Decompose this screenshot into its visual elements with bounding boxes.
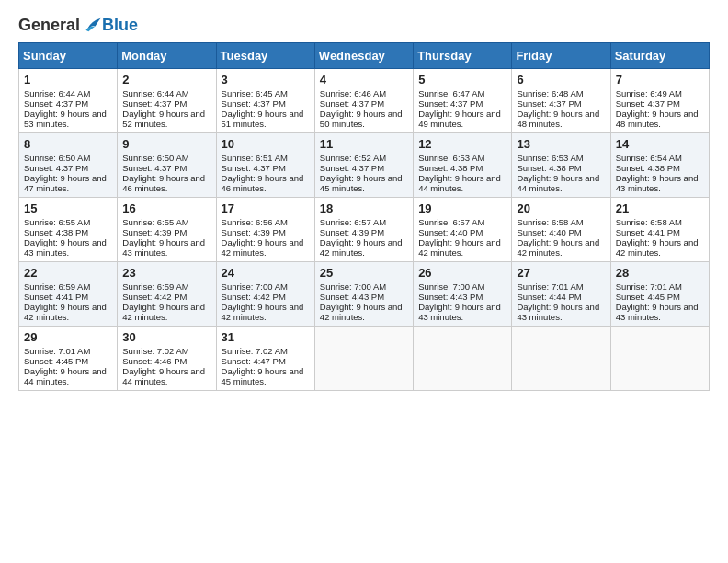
sunset-label: Sunset: 4:37 PM — [320, 98, 384, 109]
day-number: 23 — [122, 266, 210, 280]
sunrise-label: Sunrise: 7:02 AM — [122, 346, 188, 356]
day-number: 25 — [320, 266, 408, 280]
calendar-cell: 2 Sunrise: 6:44 AM Sunset: 4:37 PM Dayli… — [118, 69, 216, 133]
day-number: 15 — [24, 201, 112, 215]
daylight-label: Daylight: 9 hours and 42 minutes. — [320, 237, 403, 258]
day-number: 2 — [122, 73, 210, 86]
sunrise-label: Sunrise: 6:53 AM — [418, 153, 484, 163]
daylight-label: Daylight: 9 hours and 43 minutes. — [122, 237, 205, 258]
sunset-label: Sunset: 4:41 PM — [24, 292, 88, 302]
daylight-label: Daylight: 9 hours and 42 minutes. — [222, 237, 304, 258]
sunset-label: Sunset: 4:38 PM — [517, 163, 581, 173]
sunset-label: Sunset: 4:37 PM — [616, 98, 680, 109]
week-row-3: 15 Sunrise: 6:55 AM Sunset: 4:38 PM Dayl… — [19, 198, 710, 262]
day-number: 21 — [616, 201, 704, 215]
daylight-label: Daylight: 9 hours and 42 minutes. — [517, 237, 599, 258]
sunrise-label: Sunrise: 7:00 AM — [222, 282, 288, 292]
calendar-cell: 14 Sunrise: 6:54 AM Sunset: 4:38 PM Dayl… — [610, 133, 709, 198]
daylight-label: Daylight: 9 hours and 44 minutes. — [24, 366, 107, 386]
sunrise-label: Sunrise: 6:46 AM — [320, 88, 386, 98]
daylight-label: Daylight: 9 hours and 44 minutes. — [122, 366, 205, 386]
calendar-cell: 23 Sunrise: 6:59 AM Sunset: 4:42 PM Dayl… — [118, 262, 216, 327]
daylight-label: Daylight: 9 hours and 42 minutes. — [24, 302, 107, 322]
calendar-cell: 15 Sunrise: 6:55 AM Sunset: 4:38 PM Dayl… — [19, 198, 118, 262]
day-number: 5 — [418, 73, 506, 86]
week-row-5: 29 Sunrise: 7:01 AM Sunset: 4:45 PM Dayl… — [19, 327, 710, 391]
daylight-label: Daylight: 9 hours and 42 minutes. — [418, 237, 501, 258]
sunrise-label: Sunrise: 7:01 AM — [517, 282, 583, 292]
calendar-cell: 17 Sunrise: 6:56 AM Sunset: 4:39 PM Dayl… — [216, 198, 314, 262]
day-number: 17 — [222, 201, 310, 215]
sunrise-label: Sunrise: 7:01 AM — [616, 282, 682, 292]
day-number: 10 — [222, 137, 310, 151]
sunrise-label: Sunrise: 6:56 AM — [222, 217, 288, 227]
sunset-label: Sunset: 4:46 PM — [122, 356, 187, 366]
weekday-header-wednesday: Wednesday — [314, 43, 413, 69]
calendar-cell: 9 Sunrise: 6:50 AM Sunset: 4:37 PM Dayli… — [118, 133, 216, 198]
day-number: 29 — [24, 330, 112, 344]
logo-bird-icon — [82, 15, 102, 35]
daylight-label: Daylight: 9 hours and 42 minutes. — [122, 302, 205, 322]
sunrise-label: Sunrise: 6:58 AM — [616, 217, 682, 227]
sunset-label: Sunset: 4:44 PM — [517, 292, 581, 302]
sunset-label: Sunset: 4:40 PM — [517, 227, 581, 237]
calendar-cell: 20 Sunrise: 6:58 AM Sunset: 4:40 PM Dayl… — [512, 198, 610, 262]
sunrise-label: Sunrise: 6:45 AM — [222, 88, 288, 98]
day-number: 19 — [418, 201, 506, 215]
week-row-2: 8 Sunrise: 6:50 AM Sunset: 4:37 PM Dayli… — [19, 133, 710, 198]
sunset-label: Sunset: 4:38 PM — [24, 227, 88, 237]
daylight-label: Daylight: 9 hours and 46 minutes. — [222, 173, 304, 193]
day-number: 30 — [122, 330, 210, 344]
daylight-label: Daylight: 9 hours and 43 minutes. — [616, 302, 699, 322]
daylight-label: Daylight: 9 hours and 51 minutes. — [222, 109, 304, 129]
sunset-label: Sunset: 4:38 PM — [616, 163, 680, 173]
sunset-label: Sunset: 4:41 PM — [616, 227, 680, 237]
sunset-label: Sunset: 4:37 PM — [222, 98, 286, 109]
sunset-label: Sunset: 4:37 PM — [122, 163, 187, 173]
daylight-label: Daylight: 9 hours and 42 minutes. — [320, 302, 403, 322]
day-number: 9 — [122, 137, 210, 151]
day-number: 14 — [616, 137, 704, 151]
daylight-label: Daylight: 9 hours and 48 minutes. — [517, 109, 599, 129]
sunrise-label: Sunrise: 6:48 AM — [517, 88, 583, 98]
day-number: 28 — [616, 266, 704, 280]
daylight-label: Daylight: 9 hours and 42 minutes. — [222, 302, 304, 322]
sunrise-label: Sunrise: 6:49 AM — [616, 88, 682, 98]
sunset-label: Sunset: 4:39 PM — [222, 227, 286, 237]
day-number: 16 — [122, 201, 210, 215]
calendar-cell — [610, 327, 709, 391]
calendar-cell: 16 Sunrise: 6:55 AM Sunset: 4:39 PM Dayl… — [118, 198, 216, 262]
sunrise-label: Sunrise: 6:57 AM — [418, 217, 484, 227]
calendar-cell: 31 Sunrise: 7:02 AM Sunset: 4:47 PM Dayl… — [216, 327, 314, 391]
daylight-label: Daylight: 9 hours and 47 minutes. — [24, 173, 107, 193]
sunset-label: Sunset: 4:39 PM — [320, 227, 384, 237]
sunrise-label: Sunrise: 7:02 AM — [222, 346, 288, 356]
weekday-header-thursday: Thursday — [414, 43, 512, 69]
calendar-table: SundayMondayTuesdayWednesdayThursdayFrid… — [18, 42, 710, 391]
daylight-label: Daylight: 9 hours and 43 minutes. — [24, 237, 107, 258]
day-number: 12 — [418, 137, 506, 151]
day-number: 20 — [517, 201, 605, 215]
calendar-cell: 13 Sunrise: 6:53 AM Sunset: 4:38 PM Dayl… — [512, 133, 610, 198]
sunrise-label: Sunrise: 6:44 AM — [24, 88, 90, 98]
weekday-header-monday: Monday — [118, 43, 216, 69]
calendar-cell: 7 Sunrise: 6:49 AM Sunset: 4:37 PM Dayli… — [610, 69, 709, 133]
day-number: 6 — [517, 73, 605, 86]
calendar-cell — [314, 327, 413, 391]
calendar-cell: 11 Sunrise: 6:52 AM Sunset: 4:37 PM Dayl… — [314, 133, 413, 198]
week-row-1: 1 Sunrise: 6:44 AM Sunset: 4:37 PM Dayli… — [19, 69, 710, 133]
daylight-label: Daylight: 9 hours and 52 minutes. — [122, 109, 205, 129]
calendar-cell: 29 Sunrise: 7:01 AM Sunset: 4:45 PM Dayl… — [19, 327, 118, 391]
sunset-label: Sunset: 4:42 PM — [222, 292, 286, 302]
calendar-cell: 27 Sunrise: 7:01 AM Sunset: 4:44 PM Dayl… — [512, 262, 610, 327]
calendar-cell: 6 Sunrise: 6:48 AM Sunset: 4:37 PM Dayli… — [512, 69, 610, 133]
sunrise-label: Sunrise: 7:00 AM — [418, 282, 484, 292]
sunset-label: Sunset: 4:43 PM — [320, 292, 384, 302]
daylight-label: Daylight: 9 hours and 43 minutes. — [418, 302, 501, 322]
day-number: 1 — [24, 73, 112, 86]
weekday-header-row: SundayMondayTuesdayWednesdayThursdayFrid… — [19, 43, 710, 69]
day-number: 31 — [222, 330, 310, 344]
sunrise-label: Sunrise: 7:00 AM — [320, 282, 386, 292]
sunset-label: Sunset: 4:43 PM — [418, 292, 483, 302]
daylight-label: Daylight: 9 hours and 43 minutes. — [517, 302, 599, 322]
